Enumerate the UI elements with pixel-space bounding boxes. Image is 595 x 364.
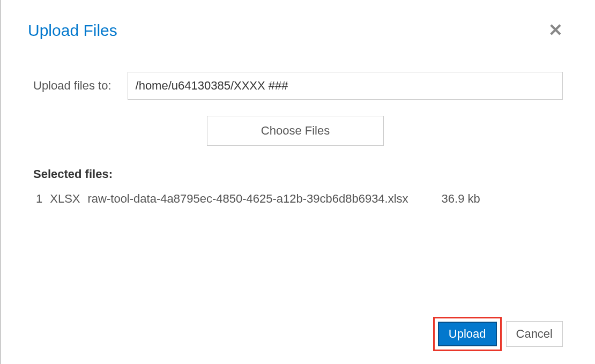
- choose-files-button[interactable]: Choose Files: [207, 116, 384, 146]
- file-extension: XLSX: [50, 192, 80, 206]
- choose-files-row: Choose Files: [28, 116, 563, 146]
- file-index: 1: [36, 192, 42, 206]
- file-row: 1 XLSX raw-tool-data-4a8795ec-4850-4625-…: [28, 192, 563, 206]
- upload-button[interactable]: Upload: [438, 322, 497, 346]
- dialog-footer: Upload Cancel: [433, 317, 563, 351]
- file-size: 36.9 kb: [442, 192, 480, 206]
- dialog-header: Upload Files ✕: [28, 21, 563, 40]
- upload-path-row: Upload files to:: [28, 72, 563, 100]
- close-icon[interactable]: ✕: [548, 21, 563, 39]
- upload-path-label: Upload files to:: [33, 79, 111, 93]
- selected-files-label: Selected files:: [28, 167, 563, 181]
- upload-files-dialog: Upload Files ✕ Upload files to: Choose F…: [1, 0, 595, 364]
- upload-button-highlight: Upload: [433, 317, 502, 351]
- cancel-button[interactable]: Cancel: [506, 321, 563, 347]
- dialog-title: Upload Files: [28, 21, 117, 40]
- upload-path-input[interactable]: [128, 72, 563, 100]
- file-name: raw-tool-data-4a8795ec-4850-4625-a12b-39…: [88, 192, 408, 206]
